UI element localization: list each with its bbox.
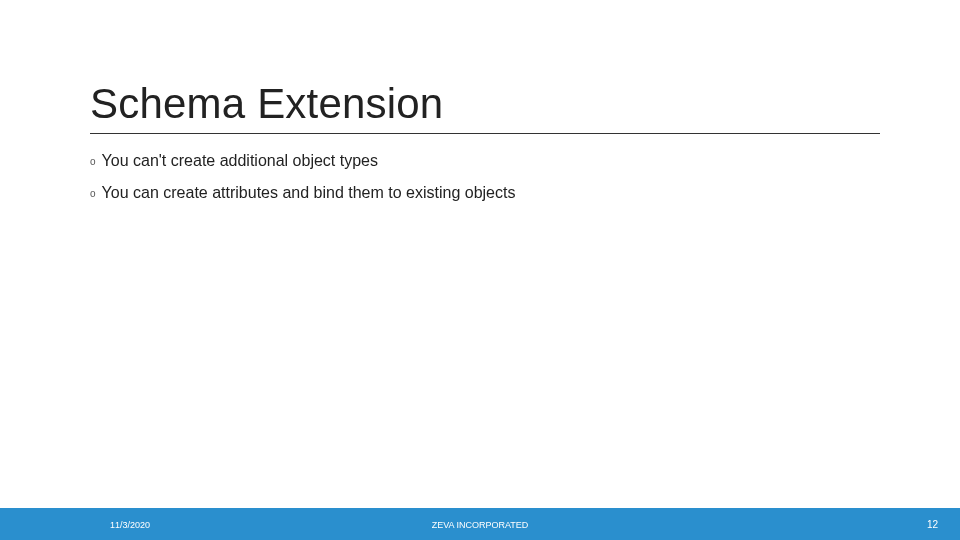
list-item: o You can't create additional object typ…	[90, 152, 880, 170]
slide: Schema Extension o You can't create addi…	[0, 0, 960, 540]
bullet-marker: o	[90, 189, 96, 199]
bullet-marker: o	[90, 157, 96, 167]
bullet-list: o You can't create additional object typ…	[90, 152, 880, 216]
bullet-text: You can't create additional object types	[102, 152, 378, 170]
list-item: o You can create attributes and bind the…	[90, 184, 880, 202]
bullet-text: You can create attributes and bind them …	[102, 184, 516, 202]
footer-organization: ZEVA INCORPORATED	[0, 520, 960, 530]
title-underline	[90, 133, 880, 134]
footer-page-number: 12	[927, 519, 938, 530]
slide-title: Schema Extension	[90, 80, 443, 128]
